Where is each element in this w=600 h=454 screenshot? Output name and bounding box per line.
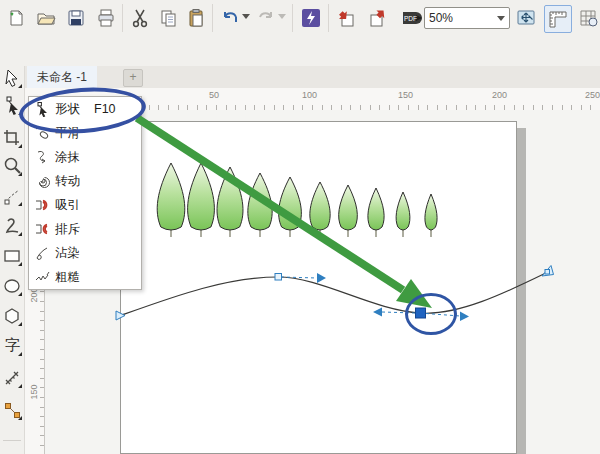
twirl-tool-icon [29,173,55,189]
standard-toolbar: PDF 50% [0,0,600,37]
property-bar: 矩形 [0,36,600,67]
hruler-label: 250 [585,90,600,100]
snap-grid-icon[interactable] [578,8,600,28]
coreldraw-window: PDF 50% 矩形 [0,0,600,454]
curve-node[interactable] [275,274,282,281]
menu-item-attract[interactable]: 吸引 [29,193,141,217]
save-icon[interactable] [66,8,86,28]
fullscreen-preview-icon[interactable] [516,8,536,28]
polygon-tool[interactable] [2,306,23,327]
hruler-label: 50 [209,90,219,100]
dimension-tool[interactable] [2,368,23,389]
zoom-level-combobox[interactable]: 50% [424,7,510,29]
print-icon[interactable] [96,8,116,28]
import-icon[interactable] [336,8,356,28]
export-icon[interactable] [368,8,388,28]
redo-dropdown-icon[interactable] [278,14,286,19]
hruler-label: 100 [302,90,317,100]
repel-tool-icon [29,221,55,237]
document-tab-bar: 未命名 -1 + [25,66,600,88]
freehand-tool[interactable] [2,186,23,207]
paste-icon[interactable] [186,8,206,28]
ellipse-tool[interactable] [2,276,23,297]
new-tab-button[interactable]: + [123,69,143,87]
hruler-label: 150 [398,90,413,100]
smear-tool-icon [29,245,55,261]
show-rulers-toggle[interactable] [544,5,572,33]
artistic-media-tool[interactable] [2,216,23,237]
copy-icon[interactable] [158,8,178,28]
document-tab[interactable]: 未命名 -1 [27,66,97,88]
attract-tool-icon [29,197,55,213]
menu-item-smear[interactable]: 沾染 [29,241,141,265]
new-document-icon[interactable] [6,8,26,28]
undo-icon[interactable] [220,8,240,28]
curve-start-node[interactable] [116,311,125,320]
menu-item-repel[interactable]: 排斥 [29,217,141,241]
node-highlight-circle [405,293,457,335]
menu-item-roughen[interactable]: 粗糙 [29,265,141,289]
pick-tool[interactable] [2,68,23,89]
undo-dropdown-icon[interactable] [242,14,250,19]
smudge-tool-icon [29,149,55,165]
app-launcher-icon[interactable] [300,8,322,28]
toolbox: 字 [0,66,25,454]
connector-tool[interactable] [2,400,23,421]
rectangle-tool[interactable] [2,246,23,267]
curve-end-handle[interactable] [545,270,550,275]
pdf-label: PDF [404,15,417,22]
bezier-curve[interactable] [122,272,548,315]
cut-icon[interactable] [130,8,150,28]
crop-tool[interactable] [2,128,23,149]
control-handle-arrow[interactable] [460,312,469,322]
vruler-label: 150 [29,384,39,399]
control-handle-arrow[interactable] [373,308,382,317]
redo-icon[interactable] [256,8,276,28]
publish-pdf-icon[interactable]: PDF [400,8,424,28]
menu-item-twirl[interactable]: 转动 [29,169,141,193]
text-tool[interactable]: 字 [2,336,23,357]
open-icon[interactable] [36,8,56,28]
zoom-level-value: 50% [429,11,453,25]
roughen-tool-icon [29,269,55,285]
zoom-tool[interactable] [2,156,23,177]
control-handle-arrow[interactable] [317,273,326,283]
menu-item-smudge[interactable]: 涂抹 [29,145,141,169]
hruler-label: 200 [492,90,507,100]
